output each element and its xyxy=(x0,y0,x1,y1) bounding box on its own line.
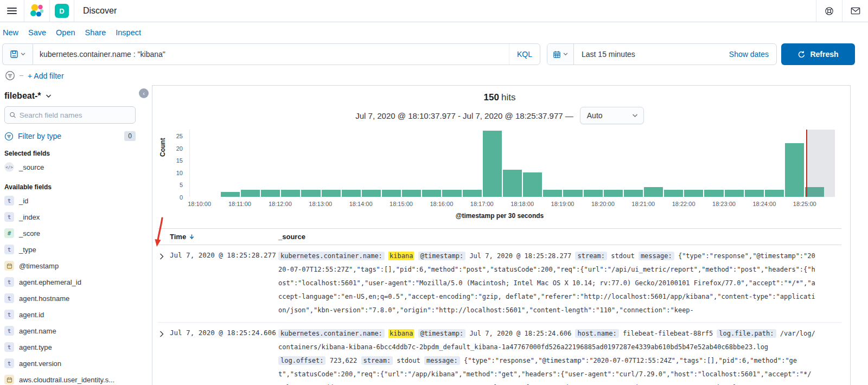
histogram-bar[interactable] xyxy=(604,190,623,197)
quick-select-button[interactable] xyxy=(547,44,574,65)
elastic-logo[interactable] xyxy=(24,0,49,22)
time-column-header[interactable]: Time xyxy=(170,233,278,241)
query-bar: kubernetes.container.name : "kibana" KQL… xyxy=(0,42,868,66)
field-item-_id[interactable]: t_id xyxy=(4,193,136,208)
x-tick-label: 18:19:00 xyxy=(551,201,575,207)
field-name-badge: @timestamp: xyxy=(418,329,465,338)
histogram-bar[interactable] xyxy=(785,143,804,197)
show-dates-button[interactable]: Show dates xyxy=(729,50,776,59)
refresh-button[interactable]: Refresh xyxy=(781,43,855,65)
x-tick-label: 18:25:00 xyxy=(793,201,816,207)
available-fields-list: t_idt_index#_scoret_type@timestamptagent… xyxy=(4,193,136,385)
space-badge[interactable]: D xyxy=(55,4,69,18)
menu-hamburger-icon[interactable] xyxy=(0,0,24,22)
histogram-bar[interactable] xyxy=(241,190,260,197)
y-tick-label: 10 xyxy=(176,170,183,176)
collapse-sidebar-button[interactable]: ‹ xyxy=(139,88,149,98)
field-item-_score[interactable]: #_score xyxy=(4,226,136,241)
histogram-bar[interactable] xyxy=(422,190,441,197)
menu-item-open[interactable]: Open xyxy=(56,28,75,37)
field-item-_source[interactable]: </>_source xyxy=(4,159,136,175)
help-icon[interactable] xyxy=(816,0,842,22)
field-name-badge: message: xyxy=(424,356,460,365)
field-item-aws.cloudtrail.user_identity.s...[interactable]: aws.cloudtrail.user_identity.s... xyxy=(4,372,136,385)
histogram-bar[interactable] xyxy=(483,131,502,197)
histogram-bar[interactable] xyxy=(765,190,784,197)
x-tick-label: 18:18:00 xyxy=(510,201,534,207)
field-type-date-icon xyxy=(4,375,14,384)
histogram-bar[interactable] xyxy=(523,172,542,197)
sort-down-icon xyxy=(189,234,195,240)
field-type-string-icon: t xyxy=(4,293,14,303)
filter-icon[interactable] xyxy=(5,70,15,81)
time-range-value[interactable]: Last 15 minutes xyxy=(574,50,729,59)
field-search-input[interactable] xyxy=(20,111,131,119)
source-value: 723,622 xyxy=(330,357,358,364)
field-item-@timestamp[interactable]: @timestamp xyxy=(4,258,136,273)
field-item-agent.type[interactable]: tagent.type xyxy=(4,339,136,355)
histogram-bar[interactable] xyxy=(442,190,461,197)
histogram-bar[interactable] xyxy=(261,190,280,197)
space-switcher[interactable]: D xyxy=(50,0,74,22)
chevron-down-icon xyxy=(21,53,25,56)
field-type-string-icon: t xyxy=(4,326,14,336)
field-type-string-icon: t xyxy=(4,212,14,222)
histogram-bar[interactable] xyxy=(221,192,240,197)
source-value: stdout xyxy=(611,252,634,260)
expand-row-toggle[interactable] xyxy=(158,249,170,317)
menu-item-inspect[interactable]: Inspect xyxy=(116,28,141,37)
histogram-bar[interactable] xyxy=(644,187,663,197)
field-search-box[interactable] xyxy=(4,106,136,124)
histogram-bar[interactable] xyxy=(664,190,683,197)
field-item-agent.id[interactable]: tagent.id xyxy=(4,307,136,322)
histogram-bar[interactable] xyxy=(281,190,300,197)
histogram-bar[interactable] xyxy=(301,190,320,197)
histogram-bar[interactable] xyxy=(503,170,522,197)
field-item-agent.ephemeral_id[interactable]: tagent.ephemeral_id xyxy=(4,274,136,290)
histogram-bar[interactable] xyxy=(725,190,744,197)
search-query-input[interactable]: kubernetes.container.name : "kibana" KQL xyxy=(33,43,540,65)
field-item-agent.hostname[interactable]: tagent.hostname xyxy=(4,291,136,306)
field-name-label: _id xyxy=(19,197,28,205)
query-language-button[interactable]: KQL xyxy=(509,44,540,65)
histogram-bar[interactable] xyxy=(322,190,341,197)
source-value: {"type":"response","@timestamp":"2020-07… xyxy=(278,252,815,314)
menu-item-share[interactable]: Share xyxy=(85,28,106,37)
field-item-agent.name[interactable]: tagent.name xyxy=(4,323,136,338)
mail-icon[interactable] xyxy=(843,0,868,22)
field-item-_type[interactable]: t_type xyxy=(4,242,136,257)
time-range-row: Jul 7, 2020 @ 18:10:37.977 - Jul 7, 2020… xyxy=(158,107,841,124)
interval-select[interactable]: Auto xyxy=(580,107,644,124)
histogram-bar[interactable] xyxy=(704,190,723,197)
histogram-bar[interactable] xyxy=(745,190,764,197)
histogram-bar[interactable] xyxy=(463,190,482,197)
field-item-agent.version[interactable]: tagent.version xyxy=(4,356,136,371)
expand-row-toggle[interactable] xyxy=(158,327,170,385)
histogram-bar[interactable] xyxy=(402,190,421,197)
menu-item-save[interactable]: Save xyxy=(28,28,46,37)
histogram-bar[interactable] xyxy=(624,190,643,197)
filter-by-type[interactable]: Filter by type 0 xyxy=(4,131,136,141)
add-filter-button[interactable]: + Add filter xyxy=(28,72,64,80)
histogram-bar[interactable] xyxy=(342,190,361,197)
saved-query-button[interactable] xyxy=(2,43,33,65)
menu-item-new[interactable]: New xyxy=(3,28,18,37)
doc-source-cell: kubernetes.container.name: kibana @times… xyxy=(278,249,841,317)
histogram-bar[interactable] xyxy=(563,190,582,197)
field-type-string-icon: t xyxy=(4,342,14,352)
index-pattern-switcher[interactable]: filebeat-* xyxy=(4,90,136,106)
histogram-bar[interactable] xyxy=(543,190,562,197)
histogram-bar[interactable] xyxy=(362,190,381,197)
refresh-label: Refresh xyxy=(810,50,838,59)
histogram-bar[interactable] xyxy=(382,190,401,197)
histogram-bar[interactable] xyxy=(684,190,703,197)
doc-time-cell: Jul 7, 2020 @ 18:25:28.277 xyxy=(170,249,278,317)
histogram-bar[interactable] xyxy=(584,190,603,197)
field-name-badge: stream: xyxy=(361,356,393,365)
field-name-label: agent.name xyxy=(19,327,56,335)
x-tick-label: 18:24:00 xyxy=(752,201,776,207)
expand-row-icon xyxy=(159,253,164,260)
field-item-_index[interactable]: t_index xyxy=(4,209,136,224)
y-tick-label: 25 xyxy=(176,133,183,139)
field-type-string-icon: t xyxy=(4,245,14,254)
